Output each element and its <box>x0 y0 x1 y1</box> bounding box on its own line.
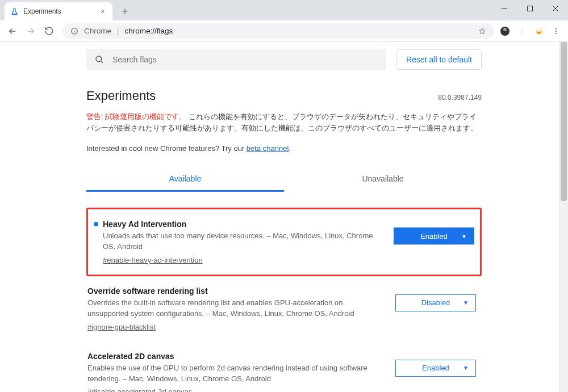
omnibox-separator: | <box>117 27 119 35</box>
svg-point-5 <box>96 56 102 62</box>
flag-anchor-link[interactable]: #ignore-gpu-blacklist <box>87 323 156 331</box>
flag-title-text: Override software rendering list <box>87 286 208 296</box>
close-window-button[interactable] <box>542 0 568 17</box>
minimize-button[interactable] <box>491 0 517 17</box>
star-icon[interactable] <box>478 27 486 35</box>
reset-all-button[interactable]: Reset all to default <box>396 49 482 70</box>
extension-separator: | <box>517 26 527 36</box>
warning-paragraph: 警告: 試験運用版の機能です。 これらの機能を有効にすると、ブラウザのデータが失… <box>86 111 482 134</box>
flag-dropdown-value: Enabled <box>422 364 449 372</box>
chevron-down-icon: ▼ <box>461 233 467 239</box>
version-label: 80.0.3987.149 <box>438 94 482 102</box>
flag-dropdown-value: Disabled <box>421 298 450 307</box>
flag-dropdown[interactable]: Enabled▼ <box>395 360 476 377</box>
flag-row: Override software rendering listOverride… <box>86 276 482 342</box>
flag-description: Enables the use of the GPU to perform 2d… <box>87 363 382 385</box>
modified-dot-icon <box>94 222 98 226</box>
browser-tab[interactable]: Experiments <box>5 2 112 20</box>
flag-description: Overrides the built-in software renderin… <box>87 298 382 319</box>
window-titlebar: Experiments <box>0 0 568 20</box>
content-area: Reset all to default Experiments 80.0.39… <box>0 42 568 392</box>
flag-row: Accelerated 2D canvasEnables the use of … <box>86 342 482 392</box>
flag-title-text: Accelerated 2D canvas <box>87 352 174 361</box>
warning-label: 警告: 試験運用版の機能です。 <box>86 112 186 121</box>
flag-title: Accelerated 2D canvas <box>87 352 382 361</box>
svg-point-2 <box>556 28 557 29</box>
interested-suffix: . <box>289 144 291 153</box>
flag-dropdown[interactable]: Disabled▼ <box>395 294 476 311</box>
search-flags-box[interactable] <box>86 49 386 70</box>
window-controls <box>491 0 568 17</box>
flag-dropdown[interactable]: Enabled▼ <box>394 227 474 245</box>
chevron-down-icon: ▼ <box>463 300 469 306</box>
tab-unavailable[interactable]: Unavailable <box>284 167 482 192</box>
svg-point-3 <box>556 30 557 31</box>
search-icon <box>94 54 105 65</box>
chevron-down-icon: ▼ <box>463 365 469 371</box>
tab-title: Experiments <box>23 7 94 15</box>
page-title: Experiments <box>86 88 156 103</box>
scrollbar[interactable] <box>559 42 568 392</box>
back-button[interactable] <box>5 23 20 39</box>
interested-prefix: Interested in cool new Chrome features? … <box>86 144 247 153</box>
tab-bar: Available Unavailable <box>86 167 482 192</box>
flag-title-text: Heavy Ad Intervention <box>103 220 186 229</box>
flag-dropdown-value: Enabled <box>420 232 448 241</box>
browser-toolbar: Chrome | chrome://flags | <box>0 20 568 42</box>
search-input[interactable] <box>112 55 378 64</box>
flag-row: Heavy Ad InterventionUnloads ads that us… <box>86 208 482 276</box>
flask-icon <box>10 7 19 16</box>
extension-fire-icon[interactable] <box>534 26 544 36</box>
browser-menu-icon[interactable] <box>551 26 561 36</box>
beta-channel-link[interactable]: beta channel <box>247 144 289 153</box>
forward-button[interactable] <box>23 23 39 39</box>
svg-point-4 <box>556 33 557 34</box>
flag-description: Unloads ads that use too many device res… <box>94 231 380 252</box>
flag-title: Override software rendering list <box>87 286 382 296</box>
flag-title: Heavy Ad Intervention <box>94 220 380 229</box>
reload-button[interactable] <box>41 23 57 39</box>
maximize-button[interactable] <box>517 0 542 17</box>
omnibox-label: Chrome <box>84 27 111 35</box>
new-tab-button[interactable] <box>117 3 133 19</box>
tab-available[interactable]: Available <box>86 167 284 192</box>
site-info-icon[interactable] <box>70 27 78 35</box>
omnibox-url: chrome://flags <box>125 27 173 35</box>
address-bar[interactable]: Chrome | chrome://flags <box>62 23 494 39</box>
flag-list: Heavy Ad InterventionUnloads ads that us… <box>86 208 482 392</box>
extension-ladybug-icon[interactable] <box>500 26 510 36</box>
beta-channel-line: Interested in cool new Chrome features? … <box>86 144 482 153</box>
close-icon[interactable] <box>99 7 107 15</box>
flag-anchor-link[interactable]: #disable-accelerated-2d-canvas <box>87 387 192 392</box>
scrollbar-thumb[interactable] <box>561 42 567 201</box>
flag-anchor-link[interactable]: #enable-heavy-ad-intervention <box>94 256 203 264</box>
svg-rect-0 <box>527 6 532 11</box>
